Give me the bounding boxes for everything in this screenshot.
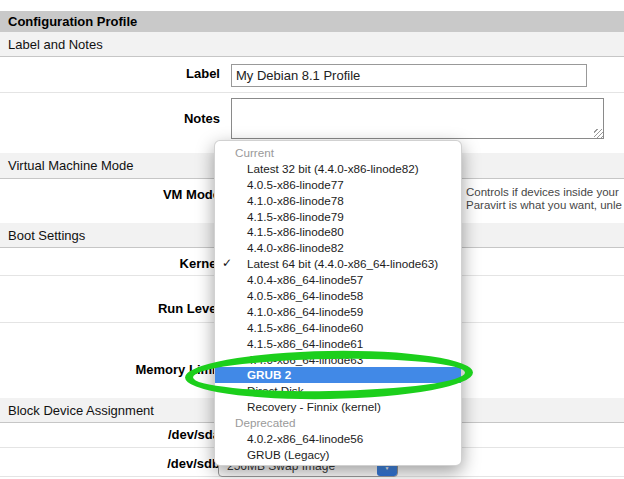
vm-mode-field-label: VM Mode xyxy=(0,187,220,203)
dev-sda-field-label: /dev/sda xyxy=(0,427,220,443)
kernel-menu-item-label: 4.4.0-x86-linode82 xyxy=(247,241,344,254)
label-input[interactable] xyxy=(231,64,587,87)
kernel-menu-item-label: 4.1.5-x86-linode79 xyxy=(247,210,344,223)
kernel-menu-item-label: Latest 64 bit (4.4.0-x86_64-linode63) xyxy=(247,257,438,270)
label-field-label: Label xyxy=(0,66,220,82)
kernel-menu-item[interactable]: 4.1.5-x86-linode80 xyxy=(215,224,461,240)
kernel-menu-item-label: GRUB 2 xyxy=(247,368,291,381)
vm-mode-help-line1: Controls if devices inside your xyxy=(466,186,619,198)
vm-mode-help-text: Controls if devices inside your Paravirt… xyxy=(466,186,624,214)
kernel-menu-item-label: Current xyxy=(235,146,274,159)
textarea-resize-grip-icon[interactable] xyxy=(594,129,603,138)
kernel-menu-item-label: 4.1.5-x86-linode80 xyxy=(247,225,344,238)
kernel-menu-item[interactable]: 4.4.0-x86_64-linode63 xyxy=(215,352,461,368)
kernel-menu-item-label: 4.1.5-x86_64-linode61 xyxy=(247,337,363,350)
kernel-menu-item[interactable]: 4.0.5-x86_64-linode58 xyxy=(215,288,461,304)
kernel-menu-item-label: 4.0.4-x86_64-linode57 xyxy=(247,273,363,286)
section-header-label-and-notes: Label and Notes xyxy=(0,32,624,57)
checkmark-icon: ✓ xyxy=(222,256,232,272)
arrow-down-glyph: ▼ xyxy=(385,466,390,471)
kernel-menu-item-label: 4.0.5-x86-linode77 xyxy=(247,178,344,191)
kernel-menu-item[interactable]: 4.1.5-x86_64-linode60 xyxy=(215,320,461,336)
kernel-menu-group-header: Current xyxy=(215,145,461,161)
kernel-menu-item-label: Deprecated xyxy=(235,416,295,429)
kernel-menu-item[interactable]: GRUB 2 xyxy=(215,367,461,383)
kernel-menu-item-label: 4.0.2-x86_64-linode56 xyxy=(247,432,363,445)
kernel-menu-item-label: 4.1.5-x86_64-linode60 xyxy=(247,321,363,334)
kernel-menu-group-header: Deprecated xyxy=(215,415,461,431)
kernel-menu-item[interactable]: 4.1.0-x86-linode78 xyxy=(215,193,461,209)
page-title: Configuration Profile xyxy=(0,11,624,32)
kernel-menu-item[interactable]: 4.0.4-x86_64-linode57 xyxy=(215,272,461,288)
kernel-menu-item-label: 4.0.5-x86_64-linode58 xyxy=(247,289,363,302)
kernel-menu-item[interactable]: ✓Latest 64 bit (4.4.0-x86_64-linode63) xyxy=(215,256,461,272)
kernel-menu-item[interactable]: 4.1.5-x86-linode79 xyxy=(215,209,461,225)
kernel-menu-item[interactable]: 4.4.0-x86-linode82 xyxy=(215,240,461,256)
kernel-menu-item-label: Recovery - Finnix (kernel) xyxy=(247,400,381,413)
memory-limit-field-label: Memory Limit xyxy=(0,362,220,378)
kernel-menu-item[interactable]: 4.1.0-x86_64-linode59 xyxy=(215,304,461,320)
notes-field-label: Notes xyxy=(0,111,220,127)
kernel-menu-item[interactable]: GRUB (Legacy) xyxy=(215,447,461,463)
vm-mode-help-line2: Paravirt is what you want, unle xyxy=(466,199,622,211)
kernel-menu-item-label: Direct Disk xyxy=(247,384,304,397)
kernel-menu-item[interactable]: 4.0.5-x86-linode77 xyxy=(215,177,461,193)
kernel-menu-item-label: Latest 32 bit (4.4.0-x86-linode82) xyxy=(247,162,419,175)
kernel-dropdown[interactable]: CurrentLatest 32 bit (4.4.0-x86-linode82… xyxy=(214,140,462,466)
kernel-menu-item[interactable]: 4.0.2-x86_64-linode56 xyxy=(215,431,461,447)
dev-sdb-field-label: /dev/sdb xyxy=(0,456,220,472)
kernel-menu-item[interactable]: Direct Disk xyxy=(215,383,461,399)
notes-textarea[interactable] xyxy=(231,98,604,139)
kernel-menu-item-label: GRUB (Legacy) xyxy=(247,448,330,461)
kernel-menu-item-label: 4.1.0-x86-linode78 xyxy=(247,194,344,207)
kernel-field-label: Kernel xyxy=(0,256,220,272)
row-divider xyxy=(0,92,624,93)
kernel-menu-item[interactable]: Recovery - Finnix (kernel) xyxy=(215,399,461,415)
kernel-menu-item[interactable]: 4.1.5-x86_64-linode61 xyxy=(215,336,461,352)
kernel-menu-item[interactable]: Latest 32 bit (4.4.0-x86-linode82) xyxy=(215,161,461,177)
run-level-field-label: Run Level xyxy=(0,301,220,317)
kernel-menu-item-label: 4.4.0-x86_64-linode63 xyxy=(247,353,363,366)
kernel-menu-item-label: 4.1.0-x86_64-linode59 xyxy=(247,305,363,318)
